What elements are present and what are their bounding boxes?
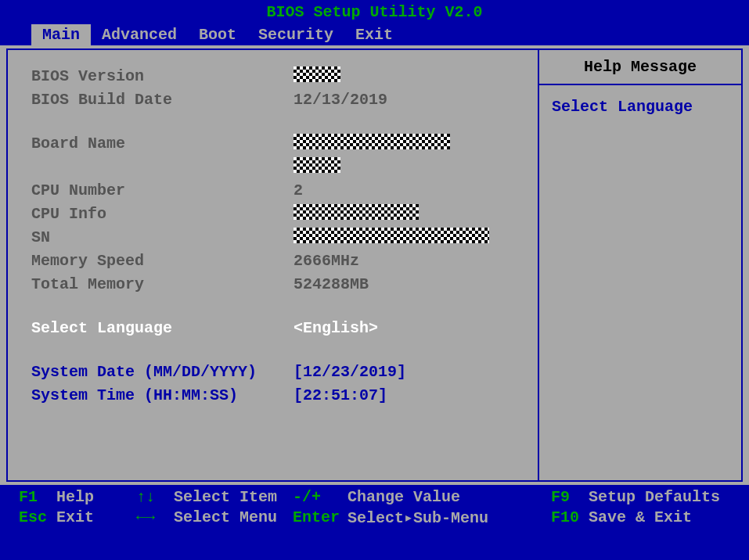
system-date-value[interactable]: [12/23/2019] bbox=[293, 363, 525, 381]
app-title: BIOS Setup Utility V2.0 bbox=[0, 0, 749, 24]
footer-setup-defaults: F9Setup Defaults bbox=[551, 488, 730, 506]
footer-setup-defaults-label: Setup Defaults bbox=[589, 488, 720, 506]
redacted-icon bbox=[293, 204, 419, 220]
bios-version-label: BIOS Version bbox=[31, 67, 293, 85]
system-date-label[interactable]: System Date (MM/DD/YYYY) bbox=[31, 363, 293, 381]
select-language-label[interactable]: Select Language bbox=[31, 319, 293, 337]
footer-exit: EscExit bbox=[19, 508, 136, 527]
footer-save-exit: F10Save & Exit bbox=[551, 508, 730, 527]
select-language-value[interactable]: <English> bbox=[293, 319, 525, 337]
footer-select-menu: ←→Select Menu bbox=[136, 508, 293, 527]
content-box: BIOS Version BIOS Build Date 12/13/2019 … bbox=[6, 48, 743, 482]
f9-key-icon: F9 bbox=[551, 488, 589, 506]
leftright-arrow-icon: ←→ bbox=[136, 508, 174, 526]
memory-speed-label: Memory Speed bbox=[31, 252, 293, 270]
bios-build-date-value: 12/13/2019 bbox=[293, 91, 525, 109]
footer-select-item-label: Select Item bbox=[174, 488, 277, 506]
memory-speed-value: 2666MHz bbox=[293, 252, 525, 270]
bios-version-value bbox=[293, 67, 525, 85]
footer-change-value: -/+Change Value bbox=[293, 488, 551, 506]
footer-select-item: ↑↓Select Item bbox=[136, 488, 293, 506]
tab-main[interactable]: Main bbox=[31, 24, 91, 45]
redacted-icon bbox=[293, 157, 340, 173]
footer-bar: F1Help ↑↓Select Item -/+Change Value F9S… bbox=[0, 485, 749, 530]
total-memory-label: Total Memory bbox=[31, 275, 293, 293]
board-name-value bbox=[293, 135, 525, 153]
redacted-icon bbox=[293, 228, 489, 243]
redacted-icon bbox=[293, 66, 340, 82]
tab-security[interactable]: Security bbox=[247, 24, 344, 45]
help-header: Help Message bbox=[539, 50, 741, 85]
footer-change-value-label: Change Value bbox=[347, 488, 460, 506]
system-time-value[interactable]: [22:51:07] bbox=[293, 386, 525, 404]
f10-key-icon: F10 bbox=[551, 508, 589, 526]
footer-select-submenu: EnterSelect▸Sub-Menu bbox=[293, 508, 551, 527]
cpu-info-value bbox=[293, 205, 525, 223]
content-wrapper: BIOS Version BIOS Build Date 12/13/2019 … bbox=[0, 45, 749, 485]
tab-advanced[interactable]: Advanced bbox=[91, 24, 188, 45]
help-pane: Help Message Select Language bbox=[538, 50, 741, 480]
footer-help: F1Help bbox=[19, 488, 136, 506]
board-name-value-2 bbox=[293, 158, 525, 176]
tab-boot[interactable]: Boot bbox=[188, 24, 247, 45]
footer-exit-label: Exit bbox=[56, 508, 94, 526]
help-body: Select Language bbox=[539, 85, 741, 128]
footer-help-label: Help bbox=[56, 488, 94, 506]
updown-arrow-icon: ↑↓ bbox=[136, 488, 174, 506]
footer-save-exit-label: Save & Exit bbox=[589, 508, 692, 526]
bios-build-date-label: BIOS Build Date bbox=[31, 91, 293, 109]
f1-key-icon: F1 bbox=[19, 488, 56, 506]
footer-select-menu-label: Select Menu bbox=[174, 508, 277, 526]
redacted-icon bbox=[293, 134, 450, 149]
esc-key-icon: Esc bbox=[19, 508, 56, 526]
minus-plus-icon: -/+ bbox=[293, 488, 347, 506]
board-name-label: Board Name bbox=[31, 135, 293, 153]
sn-label: SN bbox=[31, 228, 293, 246]
main-pane: BIOS Version BIOS Build Date 12/13/2019 … bbox=[8, 50, 538, 480]
enter-key-icon: Enter bbox=[293, 508, 347, 526]
system-time-label[interactable]: System Time (HH:MM:SS) bbox=[31, 386, 293, 404]
tab-bar: Main Advanced Boot Security Exit bbox=[0, 24, 749, 45]
cpu-number-label: CPU Number bbox=[31, 181, 293, 199]
sn-value bbox=[293, 228, 525, 246]
cpu-info-label: CPU Info bbox=[31, 205, 293, 223]
footer-select-submenu-label: Select▸Sub-Menu bbox=[347, 508, 488, 527]
total-memory-value: 524288MB bbox=[293, 275, 525, 293]
tab-exit[interactable]: Exit bbox=[344, 24, 404, 45]
cpu-number-value: 2 bbox=[293, 181, 525, 199]
